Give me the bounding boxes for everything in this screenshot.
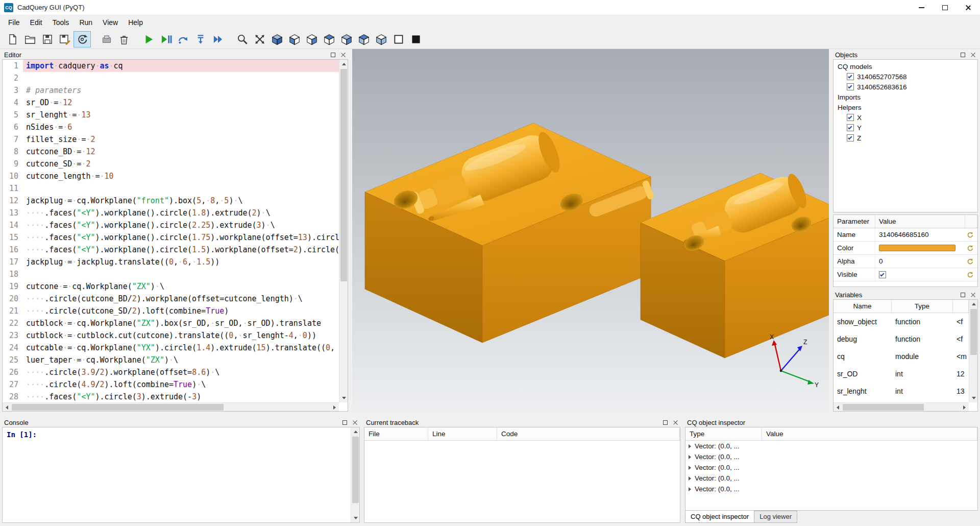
menu-view[interactable]: View [97, 16, 123, 29]
step-into-icon[interactable] [192, 31, 209, 47]
code-line[interactable]: 18 [3, 268, 339, 280]
new-file-icon[interactable] [4, 31, 21, 47]
variables-horizontal-scrollbar[interactable] [834, 402, 969, 411]
maximize-icon[interactable] [933, 0, 957, 15]
step-icon[interactable] [175, 31, 192, 47]
expand-icon[interactable] [689, 476, 691, 481]
inspector-row[interactable]: Vector: (0.0, ... [685, 473, 977, 484]
code-line[interactable]: 19cutcone·=·cq.Workplane("ZX")·\ [3, 280, 339, 293]
menu-file[interactable]: File [3, 16, 25, 29]
inspector-row[interactable]: Vector: (0.0, ... [685, 441, 977, 451]
save-as-icon[interactable] [56, 31, 74, 47]
checkbox[interactable] [879, 271, 886, 278]
close-panel-icon[interactable] [340, 52, 346, 58]
minimize-icon[interactable] [910, 0, 933, 15]
view-top-icon[interactable] [355, 31, 373, 47]
viewport-3d[interactable]: X Z Y [352, 49, 829, 413]
menu-help[interactable]: Help [123, 16, 148, 29]
reset-icon[interactable] [965, 257, 974, 266]
delete-objects-icon[interactable] [115, 31, 133, 47]
code-line[interactable]: 4sr_OD·=·12 [3, 97, 339, 109]
code-line[interactable]: 14····.faces("<Y").workplane().circle(2.… [3, 219, 339, 231]
code-line[interactable]: 28····.faces("<Y").circle(3).extrude(-3) [3, 391, 339, 402]
clear-console-icon[interactable] [98, 31, 115, 47]
code-line[interactable]: 9cutcone_SD·=·2 [3, 158, 339, 170]
fit-all-icon[interactable] [251, 31, 268, 47]
color-swatch[interactable] [879, 245, 955, 251]
view-front-icon[interactable] [286, 31, 303, 47]
code-line[interactable]: 8cutcone_BD·=·12 [3, 146, 339, 158]
code-line[interactable]: 10cutcone_length·=·10 [3, 170, 339, 182]
code-line[interactable]: 27····.circle(4.9/2).loft(combine=True)·… [3, 378, 339, 391]
expand-icon[interactable] [689, 455, 691, 459]
tree-node[interactable]: X [834, 112, 977, 123]
expand-icon[interactable] [689, 444, 691, 448]
tree-node[interactable]: Imports [834, 92, 977, 102]
tree-node[interactable]: 3140652683616 [834, 82, 977, 92]
checkbox[interactable] [847, 83, 854, 90]
editor-vertical-scrollbar[interactable] [339, 60, 348, 402]
view-iso-icon[interactable] [268, 31, 286, 47]
menu-tools[interactable]: Tools [47, 16, 75, 29]
zoom-fit-icon[interactable] [234, 31, 251, 47]
reset-icon[interactable] [965, 230, 974, 240]
view-wireframe-icon[interactable] [390, 31, 407, 47]
close-panel-icon[interactable] [352, 420, 358, 425]
variable-row[interactable]: sr_ODint12 [834, 365, 969, 382]
code-line[interactable]: 20····.circle(cutcone_BD/2).workplane(of… [3, 293, 339, 305]
variable-row[interactable]: show_objectfunction<f [834, 313, 969, 330]
editor-horizontal-scrollbar[interactable] [3, 402, 339, 411]
variable-row[interactable]: sr_lenghtint13 [834, 382, 969, 400]
close-icon[interactable] [957, 0, 980, 15]
view-back-icon[interactable] [303, 31, 321, 47]
float-panel-icon[interactable] [961, 53, 965, 57]
checkbox[interactable] [847, 134, 854, 141]
tree-node[interactable]: CQ models [834, 61, 977, 71]
code-line[interactable]: 11 [3, 182, 339, 195]
code-line[interactable]: 12jackplug·=·cq.Workplane("front").box(5… [3, 195, 339, 207]
close-panel-icon[interactable] [673, 420, 678, 425]
expand-icon[interactable] [689, 466, 691, 470]
checkbox[interactable] [847, 124, 854, 131]
view-right-icon[interactable] [338, 31, 355, 47]
view-shaded-icon[interactable] [407, 31, 425, 47]
render-icon[interactable] [140, 31, 157, 47]
code-line[interactable]: 26····.circle(3.9/2).workplane(offset=8.… [3, 366, 339, 378]
checkbox[interactable] [847, 73, 854, 80]
save-icon[interactable] [39, 31, 56, 47]
menu-edit[interactable]: Edit [25, 16, 47, 29]
auto-reload-icon[interactable] [74, 31, 91, 47]
console-output[interactable]: In [1]: [3, 427, 351, 522]
code-lines[interactable]: 1import·cadquery·as·cq23# parameters4sr_… [3, 60, 339, 402]
code-line[interactable]: 23cutblock·=·cutblock.cut(cutcone).trans… [3, 329, 339, 342]
close-panel-icon[interactable] [970, 52, 976, 58]
code-line[interactable]: 3# parameters [3, 84, 339, 97]
tab-cq-object-inspector[interactable]: CQ object inspector [685, 511, 754, 523]
close-panel-icon[interactable] [970, 292, 976, 298]
reset-icon[interactable] [965, 244, 974, 253]
code-line[interactable]: 21····.circle(cutcone_SD/2).loft(combine… [3, 305, 339, 317]
code-line[interactable]: 17jackplug·=·jackplug.translate((0,·6,·1… [3, 256, 339, 268]
variable-row[interactable]: cqmodule<m [834, 348, 969, 365]
code-line[interactable]: 5sr_lenght·=·13 [3, 109, 339, 121]
view-left-icon[interactable] [321, 31, 338, 47]
view-bottom-icon[interactable] [373, 31, 390, 47]
code-line[interactable]: 6nSides·=·6 [3, 121, 339, 133]
tree-node[interactable]: Y [834, 123, 977, 133]
open-file-icon[interactable] [21, 31, 39, 47]
tab-log-viewer[interactable]: Log viewer [754, 511, 797, 523]
variables-vertical-scrollbar[interactable] [969, 300, 977, 402]
code-line[interactable]: 7fillet_size·=·2 [3, 133, 339, 146]
inspector-row[interactable]: Vector: (0.0, ... [685, 462, 977, 473]
code-line[interactable]: 25luer_taper·=·cq.Workplane("ZX")·\ [3, 354, 339, 366]
inspector-row[interactable]: Vector: (0.0, ... [685, 484, 977, 494]
float-panel-icon[interactable] [331, 53, 335, 57]
menu-run[interactable]: Run [74, 16, 97, 29]
tree-node[interactable]: 3140652707568 [834, 71, 977, 82]
code-line[interactable]: 2 [3, 72, 339, 84]
float-panel-icon[interactable] [663, 420, 668, 425]
float-panel-icon[interactable] [961, 293, 965, 297]
variable-row[interactable]: debugfunction<f [834, 330, 969, 348]
inspector-row[interactable]: Vector: (0.0, ... [685, 451, 977, 462]
console-vertical-scrollbar[interactable] [351, 427, 359, 522]
